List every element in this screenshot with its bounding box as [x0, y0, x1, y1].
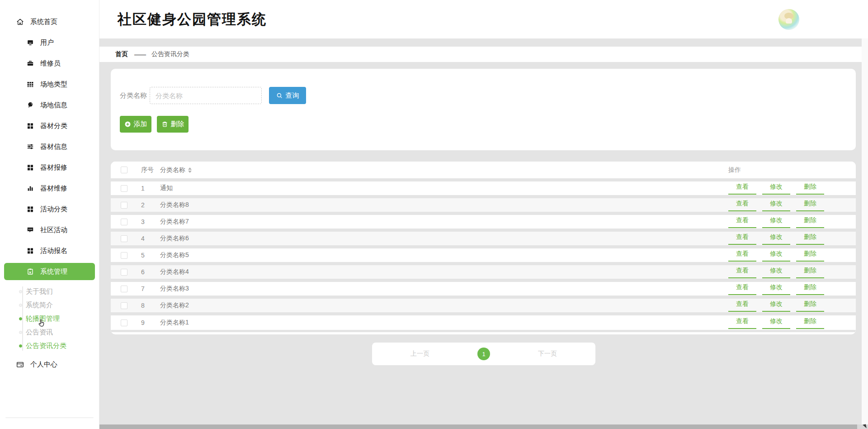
sidebar-item-maintenance-staff[interactable]: 维修员: [0, 53, 99, 74]
submenu-item-label: 公告资讯: [26, 328, 53, 337]
sidebar-item-equipment-repair-report[interactable]: 器材报修: [0, 157, 99, 178]
category-table: 序号 分类名称 操作 1 通知 查看 修改 删除: [111, 162, 856, 334]
edit-button[interactable]: 修改: [762, 266, 790, 278]
vertical-scrollbar[interactable]: [862, 38, 868, 424]
delete-row-button[interactable]: 删除: [796, 283, 824, 295]
breadcrumb: 首页 —— 公告资讯分类: [99, 47, 868, 62]
sidebar-item-home[interactable]: 系统首页: [0, 11, 99, 32]
prev-page-button[interactable]: 上一页: [410, 350, 429, 358]
row-checkbox[interactable]: [121, 219, 127, 225]
search-field-label: 分类名称: [120, 91, 147, 100]
view-button[interactable]: 查看: [728, 182, 756, 195]
search-panel: 分类名称 查询 添加: [111, 69, 856, 150]
view-button[interactable]: 查看: [728, 266, 756, 278]
breadcrumb-home-link[interactable]: 首页: [115, 50, 128, 58]
edit-button[interactable]: 修改: [762, 199, 790, 211]
bullet-icon: [19, 331, 22, 334]
edit-button[interactable]: 修改: [762, 233, 790, 245]
row-checkbox[interactable]: [121, 269, 127, 276]
delete-button[interactable]: 删除: [157, 116, 189, 133]
edit-button[interactable]: 修改: [762, 182, 790, 195]
sidebar-item-venue-type[interactable]: 场地类型: [0, 74, 99, 95]
delete-button-label: 删除: [171, 120, 184, 129]
bar-chart-icon: [26, 185, 34, 192]
content-area: 首页 —— 公告资讯分类 分类名称 查询: [99, 38, 868, 429]
table-row: 8 分类名称2 查看 修改 删除: [111, 299, 856, 315]
edit-button[interactable]: 修改: [762, 317, 790, 329]
view-button[interactable]: 查看: [728, 283, 756, 295]
row-checkbox[interactable]: [121, 286, 127, 292]
sidebar-item-venue-info[interactable]: 场地信息: [0, 95, 99, 115]
row-index: 9: [141, 319, 160, 326]
submenu-item-carousel-management[interactable]: 轮播图管理: [0, 312, 99, 325]
row-checkbox[interactable]: [121, 185, 127, 192]
horizontal-scrollbar[interactable]: [99, 424, 868, 429]
row-checkbox[interactable]: [121, 319, 127, 326]
view-button[interactable]: 查看: [728, 317, 756, 329]
delete-row-button[interactable]: 删除: [796, 216, 824, 228]
delete-row-button[interactable]: 删除: [796, 233, 824, 245]
delete-row-button[interactable]: 删除: [796, 300, 824, 312]
view-button[interactable]: 查看: [728, 233, 756, 245]
user-avatar[interactable]: [778, 9, 799, 30]
view-button[interactable]: 查看: [728, 249, 756, 262]
table-row: 6 分类名称4 查看 修改 删除: [111, 265, 856, 282]
edit-button[interactable]: 修改: [762, 216, 790, 228]
submenu-item-announcement-category[interactable]: 公告资讯分类: [0, 339, 99, 353]
edit-button[interactable]: 修改: [762, 283, 790, 295]
add-button-label: 添加: [134, 120, 147, 129]
sidebar-item-label: 场地信息: [40, 101, 67, 110]
delete-row-button[interactable]: 删除: [796, 182, 824, 195]
row-category-name: 分类名称6: [160, 234, 728, 243]
view-button[interactable]: 查看: [728, 199, 756, 211]
column-header-index: 序号: [141, 166, 160, 174]
breadcrumb-separator: ——: [134, 51, 145, 58]
current-page-badge[interactable]: 1: [477, 348, 490, 360]
query-button[interactable]: 查询: [269, 87, 306, 104]
row-index: 6: [141, 268, 160, 276]
sidebar-item-equipment-info[interactable]: 器材信息: [0, 136, 99, 157]
sidebar-item-label: 活动分类: [40, 205, 67, 214]
edit-button[interactable]: 修改: [762, 249, 790, 262]
row-category-name: 分类名称4: [160, 268, 728, 276]
submenu-item-announcement[interactable]: 公告资讯: [0, 325, 99, 339]
next-page-button[interactable]: 下一页: [538, 350, 557, 358]
sidebar-item-equipment-maintenance[interactable]: 器材维修: [0, 178, 99, 199]
sidebar-item-community-activity[interactable]: 社区活动: [0, 219, 99, 240]
sidebar-item-equipment-category[interactable]: 器材分类: [0, 115, 99, 136]
add-button[interactable]: 添加: [120, 116, 151, 133]
sidebar-item-label: 社区活动: [40, 226, 67, 234]
sidebar-item-users[interactable]: 用户: [0, 32, 99, 53]
plus-circle-icon: [124, 121, 131, 128]
row-index: 7: [141, 285, 160, 292]
sidebar-item-system-management[interactable]: 系统管理: [4, 263, 95, 280]
row-checkbox[interactable]: [121, 235, 127, 242]
row-checkbox[interactable]: [121, 302, 127, 309]
breadcrumb-current: 公告资讯分类: [151, 50, 189, 58]
scrollbar-corner: [857, 424, 868, 429]
search-icon: [276, 92, 283, 99]
edit-button[interactable]: 修改: [762, 300, 790, 312]
select-all-checkbox[interactable]: [121, 167, 127, 173]
system-management-submenu: 关于我们 系统简介 轮播图管理 公告资讯 公告资讯分类: [0, 282, 99, 355]
row-checkbox[interactable]: [121, 202, 127, 209]
delete-row-button[interactable]: 删除: [796, 249, 824, 262]
page-title: 社区健身公园管理系统: [118, 10, 267, 29]
grid-2x2-icon: [26, 247, 34, 255]
sidebar-item-personal-center[interactable]: 个人中心: [0, 355, 99, 373]
view-button[interactable]: 查看: [728, 216, 756, 228]
sidebar-item-activity-registration[interactable]: 活动报名: [0, 240, 99, 261]
row-index: 1: [141, 185, 160, 192]
delete-row-button[interactable]: 删除: [796, 266, 824, 278]
submenu-item-about-us[interactable]: 关于我们: [0, 285, 99, 298]
sidebar-item-label: 器材报修: [40, 163, 67, 172]
submenu-item-system-intro[interactable]: 系统简介: [0, 298, 99, 312]
category-name-input[interactable]: [150, 87, 262, 104]
delete-row-button[interactable]: 删除: [796, 199, 824, 211]
row-checkbox[interactable]: [121, 252, 127, 259]
delete-row-button[interactable]: 删除: [796, 317, 824, 329]
sidebar-item-activity-category[interactable]: 活动分类: [0, 199, 99, 219]
sort-icon[interactable]: [188, 167, 192, 173]
view-button[interactable]: 查看: [728, 300, 756, 312]
trash-icon: [161, 121, 168, 128]
